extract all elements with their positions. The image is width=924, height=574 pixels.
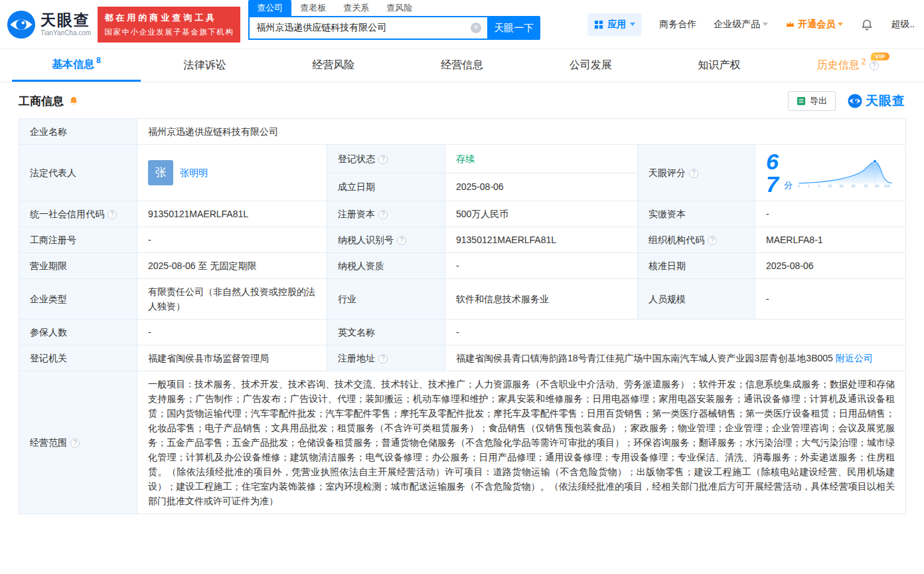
tab-history-count: 2 bbox=[862, 57, 866, 66]
staff-size-label: 人员规模 bbox=[638, 279, 755, 320]
monitor-bell-icon[interactable] bbox=[68, 96, 79, 106]
export-button[interactable]: 导出 bbox=[788, 91, 836, 111]
table-row: 登记机关 福建省闽侯县市场监督管理局 注册地址 福建省闽侯县青口镇海韵路18号青… bbox=[19, 345, 906, 371]
search-button[interactable]: 天眼一下 bbox=[487, 16, 540, 40]
org-code-value: MAERLFA8-1 bbox=[755, 227, 906, 253]
tab-basic-info[interactable]: 基本信息 8 bbox=[12, 49, 141, 82]
help-icon[interactable] bbox=[378, 155, 388, 164]
brand-domain: TianYanCha.com bbox=[40, 29, 91, 37]
clear-search-icon[interactable] bbox=[471, 23, 481, 33]
tab-intellectual-property[interactable]: 知识产权 bbox=[655, 49, 784, 82]
search-row: 天眼一下 bbox=[248, 16, 540, 40]
establish-date-label: 成立日期 bbox=[327, 173, 445, 201]
legal-rep-label: 法定代表人 bbox=[19, 145, 137, 201]
reg-number-value: - bbox=[137, 227, 327, 253]
tab-history-info[interactable]: VIP 历史信息 2 bbox=[783, 49, 912, 82]
help-icon[interactable] bbox=[689, 169, 698, 178]
table-row: 法定代表人 张 张明明 登记状态 存续 天眼评分 67 分 bbox=[19, 145, 906, 173]
reg-status-label: 登记状态 bbox=[327, 145, 445, 173]
enterprise-products-label: 企业级产品 bbox=[714, 19, 760, 31]
approval-date-value: 2025-08-06 bbox=[755, 253, 906, 279]
nearby-companies-link[interactable]: 附近公司 bbox=[836, 353, 873, 363]
top-header: 天眼查 TianYanCha.com 都在用的商业查询工具 国家中小企业发展子基… bbox=[0, 0, 924, 49]
company-type-value: 有限责任公司（非自然人投资或控股的法人独资） bbox=[137, 279, 327, 320]
help-icon[interactable] bbox=[870, 61, 879, 70]
help-icon[interactable] bbox=[108, 210, 117, 219]
table-row: 工商注册号 - 纳税人识别号 91350121MAERLFA81L 组织机构代码… bbox=[19, 227, 906, 253]
reg-capital-value: 500万人民币 bbox=[445, 201, 638, 227]
paid-capital-label: 实缴资本 bbox=[638, 201, 755, 227]
slogan-line2: 国家中小企业发展子基金旗下机构 bbox=[104, 27, 234, 37]
english-name-label: 英文名称 bbox=[327, 320, 445, 345]
tab-operation-risk[interactable]: 经营风险 bbox=[269, 49, 398, 82]
reg-authority-label: 登记机关 bbox=[19, 345, 137, 371]
nav-open-vip[interactable]: 开通会员 bbox=[785, 19, 843, 31]
business-term-label: 营业期限 bbox=[19, 253, 137, 279]
search-tab-boss[interactable]: 查老板 bbox=[291, 0, 335, 16]
apps-grid-icon bbox=[594, 20, 603, 29]
score-label: 天眼评分 bbox=[638, 145, 755, 201]
nav-super-vip[interactable]: 超级.. bbox=[891, 19, 915, 31]
company-detail-tabs: 基本信息 8 法律诉讼 经营风险 经营信息 公司发展 知识产权 VIP 历史信息… bbox=[0, 49, 924, 82]
tab-operation-info[interactable]: 经营信息 bbox=[398, 49, 526, 82]
business-term-value: 2025-08-06 至 无固定期限 bbox=[137, 253, 327, 279]
business-info-table: 企业名称 福州京迅递供应链科技有限公司 法定代表人 张 张明明 登记状态 存续 … bbox=[19, 118, 906, 514]
svg-text:65: 65 bbox=[852, 184, 856, 188]
chevron-down-icon bbox=[763, 23, 768, 26]
slogan-line1: 都在用的商业查询工具 bbox=[104, 12, 234, 24]
paid-capital-value: - bbox=[755, 201, 906, 227]
help-icon[interactable] bbox=[378, 210, 388, 219]
business-scope-label: 经营范围 bbox=[19, 371, 137, 514]
help-icon[interactable] bbox=[397, 236, 406, 245]
svg-text:15: 15 bbox=[828, 184, 832, 188]
nav-business-cooperation[interactable]: 商务合作 bbox=[659, 19, 696, 31]
svg-text:3: 3 bbox=[818, 184, 820, 188]
apps-menu[interactable]: 应用 bbox=[587, 13, 642, 36]
tianyancha-logo[interactable]: 天眼查 TianYanCha.com bbox=[7, 10, 91, 39]
tab-basic-info-label: 基本信息 bbox=[52, 58, 94, 72]
tianyancha-watermark[interactable]: 天眼查 bbox=[848, 92, 905, 110]
section-actions: 导出 天眼查 bbox=[788, 91, 905, 111]
org-code-label: 组织机构代码 bbox=[638, 227, 755, 253]
tab-company-development[interactable]: 公司发展 bbox=[526, 49, 655, 82]
table-row: 统一社会信用代码 91350121MAERLFA81L 注册资本 500万人民币… bbox=[19, 201, 906, 227]
legal-rep-value: 张 张明明 bbox=[137, 145, 327, 201]
company-type-label: 企业类型 bbox=[19, 279, 137, 320]
table-row: 营业期限 2025-08-06 至 无固定期限 纳税人资质 - 核准日期 202… bbox=[19, 253, 906, 279]
help-icon[interactable] bbox=[378, 354, 388, 363]
score-value[interactable]: 67 分 bbox=[755, 145, 906, 201]
business-info-section-head: 工商信息 导出 天眼查 bbox=[0, 82, 924, 118]
help-icon[interactable] bbox=[70, 438, 80, 448]
open-vip-label: 开通会员 bbox=[798, 19, 835, 31]
svg-text:99: 99 bbox=[875, 184, 879, 188]
reg-authority-value: 福建省闽侯县市场监督管理局 bbox=[137, 345, 327, 371]
notification-bell-icon[interactable] bbox=[860, 18, 874, 31]
help-icon[interactable] bbox=[708, 236, 717, 245]
legal-rep-link[interactable]: 张明明 bbox=[180, 165, 208, 180]
table-row: 经营范围 一般项目：技术服务、技术开发、技术咨询、技术交流、技术转让、技术推广；… bbox=[19, 371, 906, 514]
section-title: 工商信息 bbox=[19, 94, 64, 109]
legal-rep-avatar[interactable]: 张 bbox=[148, 160, 173, 185]
chevron-down-icon bbox=[630, 23, 635, 26]
svg-text:1: 1 bbox=[808, 184, 810, 188]
logo-text: 天眼查 TianYanCha.com bbox=[40, 12, 91, 36]
table-row: 参保人数 - 英文名称 - bbox=[19, 320, 906, 345]
brand-name: 天眼查 bbox=[40, 12, 91, 29]
nav-enterprise-products[interactable]: 企业级产品 bbox=[714, 19, 768, 31]
industry-value: 软件和信息技术服务业 bbox=[445, 279, 638, 320]
search-input[interactable] bbox=[250, 17, 487, 39]
super-vip-label: 超级.. bbox=[891, 19, 915, 31]
tianyancha-logo-icon bbox=[7, 10, 36, 39]
table-row: 企业类型 有限责任公司（非自然人投资或控股的法人独资） 行业 软件和信息技术服务… bbox=[19, 279, 906, 320]
industry-label: 行业 bbox=[327, 279, 445, 320]
search-tab-company[interactable]: 查公司 bbox=[248, 0, 291, 16]
tab-legal-litigation[interactable]: 法律诉讼 bbox=[141, 49, 270, 82]
insured-count-value: - bbox=[137, 320, 327, 345]
search-tab-relation[interactable]: 查关系 bbox=[335, 0, 378, 16]
search-tab-risk[interactable]: 查风险 bbox=[378, 0, 421, 16]
taxpayer-id-value: 91350121MAERLFA81L bbox=[445, 227, 638, 253]
svg-text:97: 97 bbox=[864, 184, 868, 188]
staff-size-value: - bbox=[755, 279, 906, 320]
reg-capital-label: 注册资本 bbox=[327, 201, 445, 227]
header-right-nav: 应用 商务合作 企业级产品 开通会员 超级.. bbox=[587, 13, 915, 36]
